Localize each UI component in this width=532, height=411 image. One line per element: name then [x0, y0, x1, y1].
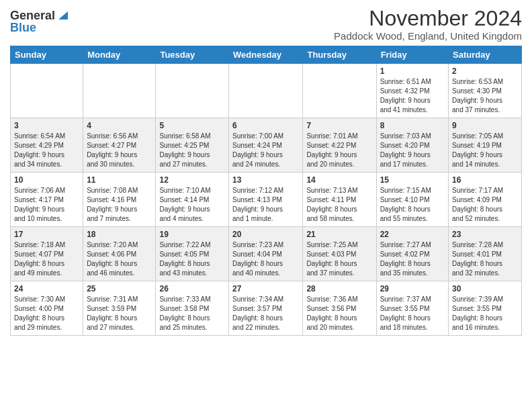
calendar-header-saturday: Saturday — [449, 46, 522, 64]
calendar-week-row: 17Sunrise: 7:18 AM Sunset: 4:07 PM Dayli… — [11, 227, 522, 281]
day-number: 20 — [232, 230, 299, 239]
calendar-day-cell: 30Sunrise: 7:39 AM Sunset: 3:55 PM Dayli… — [449, 281, 522, 336]
day-info: Sunrise: 7:00 AM Sunset: 4:24 PM Dayligh… — [232, 132, 299, 169]
calendar-day-cell — [83, 64, 156, 118]
month-year-title: November 2024 — [334, 7, 522, 30]
calendar-week-row: 1Sunrise: 6:51 AM Sunset: 4:32 PM Daylig… — [11, 64, 522, 118]
day-number: 4 — [87, 121, 152, 130]
day-number: 25 — [87, 284, 152, 293]
day-number: 22 — [380, 230, 445, 239]
location-subtitle: Paddock Wood, England, United Kingdom — [334, 30, 522, 42]
day-info: Sunrise: 7:27 AM Sunset: 4:02 PM Dayligh… — [380, 240, 445, 278]
calendar-header-row: SundayMondayTuesdayWednesdayThursdayFrid… — [11, 46, 522, 64]
calendar-day-cell: 25Sunrise: 7:31 AM Sunset: 3:59 PM Dayli… — [83, 281, 156, 336]
day-info: Sunrise: 7:15 AM Sunset: 4:10 PM Dayligh… — [380, 186, 445, 224]
calendar-day-cell — [11, 64, 83, 118]
calendar-day-cell: 26Sunrise: 7:33 AM Sunset: 3:58 PM Dayli… — [156, 281, 229, 336]
day-info: Sunrise: 6:53 AM Sunset: 4:30 PM Dayligh… — [452, 77, 518, 115]
day-info: Sunrise: 7:33 AM Sunset: 3:58 PM Dayligh… — [159, 295, 225, 332]
day-number: 24 — [14, 284, 79, 293]
day-info: Sunrise: 6:58 AM Sunset: 4:25 PM Dayligh… — [159, 132, 225, 169]
day-info: Sunrise: 7:17 AM Sunset: 4:09 PM Dayligh… — [452, 186, 518, 224]
calendar-day-cell: 13Sunrise: 7:12 AM Sunset: 4:13 PM Dayli… — [229, 173, 303, 227]
day-info: Sunrise: 7:31 AM Sunset: 3:59 PM Dayligh… — [87, 295, 152, 332]
day-info: Sunrise: 7:39 AM Sunset: 3:55 PM Dayligh… — [452, 295, 518, 332]
calendar-day-cell: 28Sunrise: 7:36 AM Sunset: 3:56 PM Dayli… — [303, 281, 376, 336]
calendar-day-cell: 19Sunrise: 7:22 AM Sunset: 4:05 PM Dayli… — [156, 227, 229, 281]
day-number: 23 — [452, 230, 518, 239]
calendar-day-cell: 27Sunrise: 7:34 AM Sunset: 3:57 PM Dayli… — [229, 281, 303, 336]
calendar-day-cell: 12Sunrise: 7:10 AM Sunset: 4:14 PM Dayli… — [156, 173, 229, 227]
calendar-day-cell: 17Sunrise: 7:18 AM Sunset: 4:07 PM Dayli… — [11, 227, 83, 281]
day-number: 9 — [452, 121, 518, 130]
calendar-day-cell: 22Sunrise: 7:27 AM Sunset: 4:02 PM Dayli… — [376, 227, 448, 281]
calendar-day-cell: 16Sunrise: 7:17 AM Sunset: 4:09 PM Dayli… — [449, 173, 522, 227]
calendar-day-cell — [303, 64, 376, 118]
calendar-day-cell: 14Sunrise: 7:13 AM Sunset: 4:11 PM Dayli… — [303, 173, 376, 227]
calendar-day-cell: 2Sunrise: 6:53 AM Sunset: 4:30 PM Daylig… — [449, 64, 522, 118]
calendar-day-cell: 18Sunrise: 7:20 AM Sunset: 4:06 PM Dayli… — [83, 227, 156, 281]
calendar-header-thursday: Thursday — [303, 46, 376, 64]
title-block: November 2024 Paddock Wood, England, Uni… — [334, 7, 522, 42]
day-number: 8 — [380, 121, 445, 130]
day-info: Sunrise: 7:08 AM Sunset: 4:16 PM Dayligh… — [87, 186, 152, 224]
day-info: Sunrise: 7:36 AM Sunset: 3:56 PM Dayligh… — [306, 295, 372, 332]
calendar-day-cell: 5Sunrise: 6:58 AM Sunset: 4:25 PM Daylig… — [156, 118, 229, 173]
calendar-day-cell: 21Sunrise: 7:25 AM Sunset: 4:03 PM Dayli… — [303, 227, 376, 281]
day-number: 3 — [14, 121, 79, 130]
day-info: Sunrise: 7:06 AM Sunset: 4:17 PM Dayligh… — [14, 186, 79, 224]
day-info: Sunrise: 6:56 AM Sunset: 4:27 PM Dayligh… — [87, 132, 152, 169]
calendar-table: SundayMondayTuesdayWednesdayThursdayFrid… — [10, 46, 522, 336]
calendar-day-cell: 6Sunrise: 7:00 AM Sunset: 4:24 PM Daylig… — [229, 118, 303, 173]
calendar-day-cell: 29Sunrise: 7:37 AM Sunset: 3:55 PM Dayli… — [376, 281, 448, 336]
day-info: Sunrise: 7:23 AM Sunset: 4:04 PM Dayligh… — [232, 240, 299, 278]
day-number: 18 — [87, 230, 152, 239]
calendar-day-cell: 1Sunrise: 6:51 AM Sunset: 4:32 PM Daylig… — [376, 64, 448, 118]
calendar-day-cell: 10Sunrise: 7:06 AM Sunset: 4:17 PM Dayli… — [11, 173, 83, 227]
calendar-header-friday: Friday — [376, 46, 448, 64]
day-info: Sunrise: 7:37 AM Sunset: 3:55 PM Dayligh… — [380, 295, 445, 332]
calendar-day-cell: 24Sunrise: 7:30 AM Sunset: 4:00 PM Dayli… — [11, 281, 83, 336]
logo-triangle-icon — [56, 9, 68, 21]
day-info: Sunrise: 6:51 AM Sunset: 4:32 PM Dayligh… — [380, 77, 445, 115]
calendar-day-cell — [156, 64, 229, 118]
calendar-week-row: 10Sunrise: 7:06 AM Sunset: 4:17 PM Dayli… — [11, 173, 522, 227]
day-info: Sunrise: 7:22 AM Sunset: 4:05 PM Dayligh… — [159, 240, 225, 278]
calendar-day-cell: 20Sunrise: 7:23 AM Sunset: 4:04 PM Dayli… — [229, 227, 303, 281]
page-header: General Blue November 2024 Paddock Wood,… — [10, 7, 522, 42]
calendar-day-cell: 11Sunrise: 7:08 AM Sunset: 4:16 PM Dayli… — [83, 173, 156, 227]
day-info: Sunrise: 7:30 AM Sunset: 4:00 PM Dayligh… — [14, 295, 79, 332]
day-info: Sunrise: 7:13 AM Sunset: 4:11 PM Dayligh… — [306, 186, 372, 224]
day-number: 10 — [14, 175, 79, 185]
day-number: 28 — [306, 284, 372, 293]
logo: General Blue — [10, 7, 68, 34]
calendar-day-cell: 9Sunrise: 7:05 AM Sunset: 4:19 PM Daylig… — [449, 118, 522, 173]
day-number: 21 — [306, 230, 372, 239]
day-number: 30 — [452, 284, 518, 293]
calendar-week-row: 3Sunrise: 6:54 AM Sunset: 4:29 PM Daylig… — [11, 118, 522, 173]
day-info: Sunrise: 7:28 AM Sunset: 4:01 PM Dayligh… — [452, 240, 518, 278]
day-info: Sunrise: 7:34 AM Sunset: 3:57 PM Dayligh… — [232, 295, 299, 332]
day-number: 1 — [380, 66, 445, 76]
calendar-header-wednesday: Wednesday — [229, 46, 303, 64]
calendar-day-cell: 15Sunrise: 7:15 AM Sunset: 4:10 PM Dayli… — [376, 173, 448, 227]
day-number: 5 — [159, 121, 225, 130]
calendar-header-tuesday: Tuesday — [156, 46, 229, 64]
calendar-day-cell: 4Sunrise: 6:56 AM Sunset: 4:27 PM Daylig… — [83, 118, 156, 173]
calendar-day-cell: 8Sunrise: 7:03 AM Sunset: 4:20 PM Daylig… — [376, 118, 448, 173]
day-info: Sunrise: 7:25 AM Sunset: 4:03 PM Dayligh… — [306, 240, 372, 278]
day-number: 19 — [159, 230, 225, 239]
day-number: 15 — [380, 175, 445, 185]
calendar-header-sunday: Sunday — [11, 46, 83, 64]
day-number: 7 — [306, 121, 372, 130]
day-number: 16 — [452, 175, 518, 185]
day-number: 6 — [232, 121, 299, 130]
day-info: Sunrise: 7:01 AM Sunset: 4:22 PM Dayligh… — [306, 132, 372, 169]
day-number: 13 — [232, 175, 299, 185]
day-number: 12 — [159, 175, 225, 185]
day-number: 27 — [232, 284, 299, 293]
day-number: 17 — [14, 230, 79, 239]
day-number: 14 — [306, 175, 372, 185]
calendar-day-cell — [229, 64, 303, 118]
calendar-day-cell: 7Sunrise: 7:01 AM Sunset: 4:22 PM Daylig… — [303, 118, 376, 173]
